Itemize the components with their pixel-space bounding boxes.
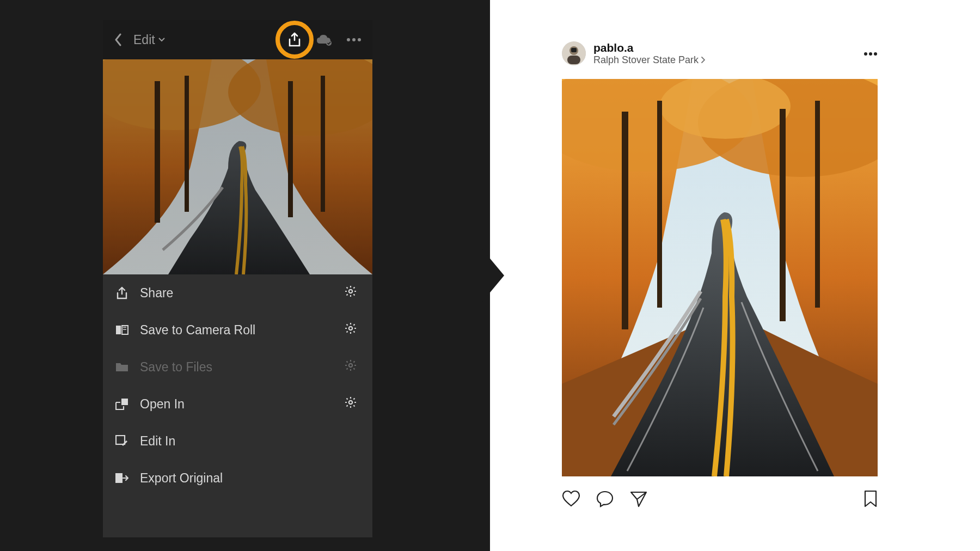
svg-rect-36 bbox=[815, 101, 820, 308]
share-up-icon bbox=[287, 32, 302, 47]
post-header: pablo.a Ralph Stover State Park bbox=[562, 38, 878, 69]
chevron-left-icon bbox=[114, 33, 122, 46]
svg-rect-12 bbox=[103, 59, 372, 274]
edit-in-icon bbox=[115, 435, 129, 447]
photo-preview[interactable] bbox=[103, 59, 372, 274]
svg-rect-18 bbox=[121, 399, 128, 405]
gear-icon[interactable] bbox=[344, 285, 357, 301]
menu-item-save-files: Save to Files bbox=[103, 348, 372, 385]
app-screen: Edit bbox=[103, 20, 372, 537]
post-username[interactable]: pablo.a bbox=[593, 41, 856, 54]
menu-item-export-original[interactable]: Export Original bbox=[103, 460, 372, 497]
svg-rect-14 bbox=[116, 326, 121, 334]
chevron-down-icon bbox=[158, 38, 165, 42]
camera-roll-icon bbox=[115, 324, 129, 336]
svg-rect-35 bbox=[780, 109, 786, 321]
like-button[interactable] bbox=[562, 490, 580, 510]
menu-item-label: Open In bbox=[140, 397, 333, 412]
dots-horizontal-icon bbox=[346, 38, 362, 42]
folder-icon bbox=[115, 362, 129, 372]
heart-icon bbox=[562, 490, 580, 507]
svg-rect-21 bbox=[115, 473, 122, 483]
svg-point-17 bbox=[349, 364, 352, 367]
post-location[interactable]: Ralph Stover State Park bbox=[593, 54, 856, 66]
gear-icon[interactable] bbox=[344, 322, 357, 338]
svg-point-2 bbox=[352, 38, 356, 41]
svg-rect-33 bbox=[622, 112, 628, 329]
comment-icon bbox=[596, 490, 614, 507]
menu-item-label: Edit In bbox=[140, 434, 357, 449]
paper-plane-icon bbox=[629, 490, 648, 507]
cloud-sync-icon[interactable] bbox=[316, 34, 332, 46]
svg-point-26 bbox=[864, 52, 867, 56]
menu-item-label: Export Original bbox=[140, 471, 357, 486]
svg-point-0 bbox=[326, 40, 332, 46]
app-topbar: Edit bbox=[103, 20, 372, 59]
gear-icon[interactable] bbox=[344, 396, 357, 412]
export-icon bbox=[115, 473, 129, 483]
svg-rect-25 bbox=[571, 48, 577, 52]
social-post: pablo.a Ralph Stover State Park bbox=[562, 38, 878, 510]
svg-rect-34 bbox=[657, 101, 662, 308]
post-location-label: Ralph Stover State Park bbox=[593, 54, 699, 66]
post-actions bbox=[562, 489, 878, 510]
back-button[interactable] bbox=[113, 32, 124, 48]
open-in-icon bbox=[115, 398, 129, 410]
menu-item-share[interactable]: Share bbox=[103, 274, 372, 311]
dots-horizontal-icon bbox=[863, 52, 878, 56]
send-button[interactable] bbox=[629, 490, 648, 510]
menu-item-save-camera-roll[interactable]: Save to Camera Roll bbox=[103, 311, 372, 348]
post-more-button[interactable] bbox=[863, 48, 878, 58]
svg-rect-20 bbox=[116, 436, 125, 444]
chevron-right-icon bbox=[701, 56, 706, 64]
svg-point-3 bbox=[358, 38, 361, 41]
avatar[interactable] bbox=[562, 41, 586, 65]
svg-point-28 bbox=[874, 52, 877, 56]
menu-item-label: Save to Camera Roll bbox=[140, 323, 333, 338]
menu-item-label: Save to Files bbox=[140, 360, 333, 375]
svg-point-13 bbox=[349, 290, 352, 293]
gear-icon bbox=[344, 359, 357, 375]
bookmark-button[interactable] bbox=[863, 489, 878, 510]
menu-item-label: Share bbox=[140, 286, 333, 301]
share-button-highlight bbox=[275, 21, 314, 59]
more-button[interactable] bbox=[346, 38, 362, 42]
post-photo[interactable] bbox=[562, 79, 878, 476]
svg-point-27 bbox=[869, 52, 872, 56]
share-up-icon bbox=[115, 286, 129, 299]
svg-point-16 bbox=[349, 327, 352, 330]
comment-button[interactable] bbox=[596, 490, 614, 510]
share-menu: Share Save to Camera Roll Save to File bbox=[103, 274, 372, 537]
svg-point-19 bbox=[349, 401, 352, 404]
menu-item-open-in[interactable]: Open In bbox=[103, 385, 372, 423]
svg-point-1 bbox=[347, 38, 350, 41]
menu-item-edit-in[interactable]: Edit In bbox=[103, 423, 372, 460]
bookmark-icon bbox=[863, 489, 878, 508]
edit-dropdown[interactable]: Edit bbox=[133, 33, 165, 47]
edit-label: Edit bbox=[133, 33, 155, 47]
svg-rect-24 bbox=[567, 56, 580, 64]
